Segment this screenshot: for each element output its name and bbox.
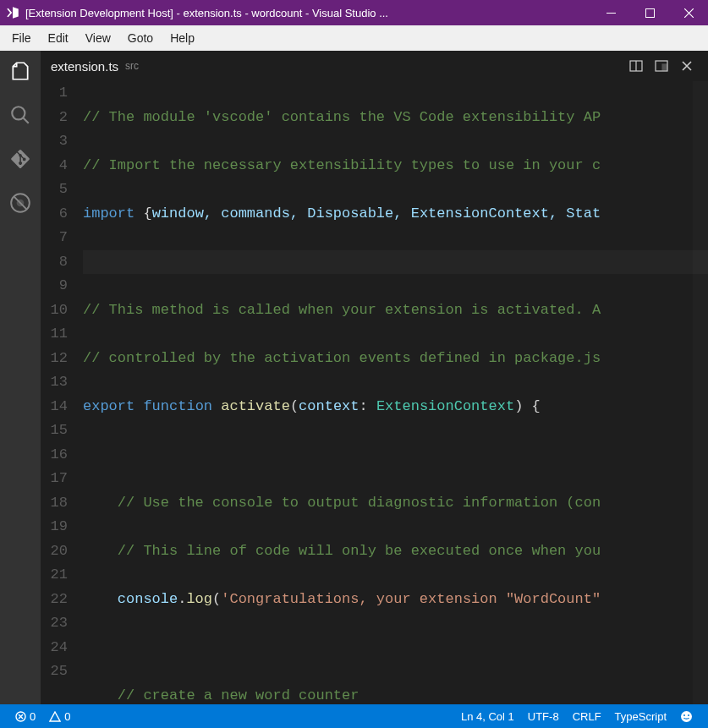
menu-view[interactable]: View <box>77 25 119 51</box>
debug-icon[interactable] <box>8 191 32 215</box>
svg-point-12 <box>683 714 685 716</box>
line-number: 12 <box>41 347 68 371</box>
menu-help[interactable]: Help <box>162 25 203 51</box>
menu-file[interactable]: File <box>3 25 40 51</box>
line-number: 17 <box>41 467 68 491</box>
editor-tabbar: extension.ts src <box>41 51 708 81</box>
line-number: 9 <box>41 274 68 298</box>
svg-point-13 <box>688 714 689 716</box>
tab-filename[interactable]: extension.ts <box>51 59 118 74</box>
minimize-button[interactable] <box>591 0 630 25</box>
app-icon <box>0 5 25 20</box>
status-warnings[interactable]: 0 <box>42 710 77 723</box>
tab-folder: src <box>125 60 139 72</box>
svg-line-3 <box>23 118 29 123</box>
code-editor[interactable]: 1 2 3 4 5 6 7 8 9 10 11 12 13 14 15 16 1… <box>41 81 708 704</box>
line-number: 15 <box>41 419 68 443</box>
window-controls <box>591 0 708 25</box>
line-number: 3 <box>41 129 68 154</box>
line-number: 7 <box>41 226 68 250</box>
editor-area: extension.ts src 1 2 3 4 5 6 7 8 <box>41 51 708 704</box>
svg-point-11 <box>681 711 692 722</box>
errors-count: 0 <box>30 710 36 723</box>
svg-rect-0 <box>606 13 616 14</box>
code-content[interactable]: // The module 'vscode' contains the VS C… <box>83 81 708 704</box>
menu-edit[interactable]: Edit <box>40 25 77 51</box>
status-encoding[interactable]: UTF-8 <box>521 710 566 723</box>
status-errors[interactable]: 0 <box>8 710 42 723</box>
explorer-icon[interactable] <box>8 59 32 83</box>
menu-goto[interactable]: Goto <box>119 25 162 51</box>
close-tab-icon[interactable] <box>676 55 698 77</box>
line-number: 5 <box>41 178 68 202</box>
warnings-count: 0 <box>64 710 70 723</box>
split-editor-icon[interactable] <box>625 55 647 77</box>
activity-bar <box>0 51 41 704</box>
status-eol[interactable]: CRLF <box>566 710 608 723</box>
svg-point-2 <box>12 107 25 119</box>
line-number: 18 <box>41 491 68 516</box>
status-cursor[interactable]: Ln 4, Col 1 <box>454 710 521 723</box>
window-titlebar: [Extension Development Host] - extension… <box>0 0 708 25</box>
line-number: 24 <box>41 636 68 660</box>
line-number: 23 <box>41 611 68 636</box>
maximize-button[interactable] <box>630 0 669 25</box>
line-number: 8 <box>41 250 68 275</box>
minimap[interactable] <box>693 81 708 704</box>
window-title: [Extension Development Host] - extension… <box>25 7 591 19</box>
search-icon[interactable] <box>8 103 32 127</box>
svg-point-5 <box>17 200 25 207</box>
status-bar: 0 0 Ln 4, Col 1 UTF-8 CRLF TypeScript <box>0 704 708 728</box>
menubar: File Edit View Goto Help <box>0 25 708 51</box>
line-number: 1 <box>41 81 68 106</box>
close-button[interactable] <box>669 0 708 25</box>
line-gutter: 1 2 3 4 5 6 7 8 9 10 11 12 13 14 15 16 1… <box>41 81 83 704</box>
line-number: 21 <box>41 563 68 588</box>
line-number: 14 <box>41 395 68 419</box>
svg-rect-1 <box>645 8 654 17</box>
line-number: 19 <box>41 515 68 539</box>
line-number: 25 <box>41 660 68 684</box>
more-actions-icon[interactable] <box>650 55 672 77</box>
status-language[interactable]: TypeScript <box>608 710 673 723</box>
line-number: 22 <box>41 588 68 612</box>
line-number: 10 <box>41 298 68 323</box>
line-number: 11 <box>41 322 68 347</box>
line-number: 13 <box>41 370 68 395</box>
line-number: 20 <box>41 539 68 564</box>
line-number: 2 <box>41 106 68 130</box>
line-number: 6 <box>41 202 68 227</box>
line-number: 16 <box>41 443 68 468</box>
feedback-icon[interactable] <box>673 710 700 723</box>
svg-rect-9 <box>662 64 667 70</box>
git-icon[interactable] <box>8 147 32 171</box>
line-number: 4 <box>41 154 68 178</box>
